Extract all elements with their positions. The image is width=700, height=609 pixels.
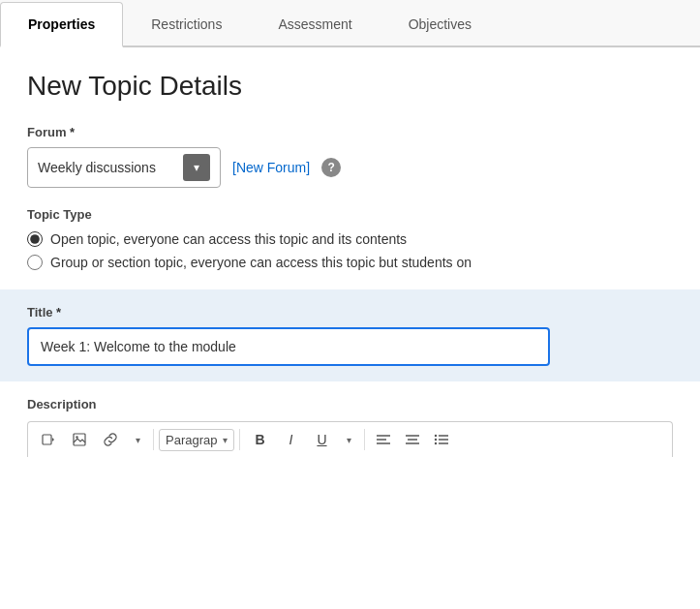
help-icon[interactable]: ? <box>321 158 341 177</box>
topic-type-label: Topic Type <box>27 207 673 222</box>
new-forum-link[interactable]: [New Forum] <box>232 160 310 175</box>
radio-group[interactable] <box>27 255 43 270</box>
align-center-icon <box>405 433 420 446</box>
paragraph-dropdown-arrow: ▾ <box>223 435 228 445</box>
tab-assessment[interactable]: Assessment <box>250 2 380 47</box>
radio-group-label: Group or section topic, everyone can acc… <box>50 255 472 270</box>
main-content: New Topic Details Forum Weekly discussio… <box>0 47 700 480</box>
italic-button[interactable]: I <box>276 426 305 453</box>
separator-1 <box>153 429 154 450</box>
radio-option-group[interactable]: Group or section topic, everyone can acc… <box>27 255 673 270</box>
radio-open[interactable] <box>27 231 43 247</box>
radio-open-label: Open topic, everyone can access this top… <box>50 231 407 247</box>
link-button[interactable] <box>96 426 125 453</box>
format-dropdown-button[interactable]: ▾ <box>338 426 359 453</box>
paragraph-label: Paragrap <box>166 433 217 447</box>
svg-point-10 <box>435 435 437 437</box>
editor-toolbar: ▾ Paragrap ▾ B I U ▾ <box>27 421 673 457</box>
title-input[interactable] <box>27 327 550 366</box>
svg-marker-1 <box>52 438 54 442</box>
forum-select[interactable]: Weekly discussions ▾ <box>27 147 221 188</box>
tab-objectives[interactable]: Objectives <box>380 2 500 47</box>
list-button[interactable] <box>428 426 455 453</box>
topic-type-section: Topic Type Open topic, everyone can acce… <box>27 207 673 270</box>
align-left-button[interactable] <box>370 426 397 453</box>
title-label: Title <box>27 305 673 320</box>
paragraph-select[interactable]: Paragrap ▾ <box>159 429 234 451</box>
forum-selected-value: Weekly discussions <box>38 160 175 175</box>
bold-button[interactable]: B <box>245 426 274 453</box>
tab-properties[interactable]: Properties <box>0 2 123 47</box>
video-icon <box>42 433 55 446</box>
description-section: Description <box>27 397 673 457</box>
svg-point-3 <box>76 436 77 438</box>
link-icon <box>104 433 117 446</box>
forum-row: Weekly discussions ▾ [New Forum] ? <box>27 147 673 188</box>
image-button[interactable] <box>65 426 94 453</box>
forum-dropdown-arrow[interactable]: ▾ <box>183 154 210 181</box>
radio-option-open[interactable]: Open topic, everyone can access this top… <box>27 231 673 247</box>
description-label: Description <box>27 397 673 411</box>
svg-rect-2 <box>74 434 85 445</box>
tab-bar: Properties Restrictions Assessment Objec… <box>0 0 700 47</box>
svg-point-14 <box>435 442 437 444</box>
insert-dropdown-button[interactable]: ▾ <box>127 426 148 453</box>
svg-point-12 <box>435 439 437 441</box>
align-center-button[interactable] <box>399 426 426 453</box>
underline-button[interactable]: U <box>307 426 336 453</box>
list-icon <box>434 433 449 446</box>
align-left-icon <box>376 433 391 446</box>
svg-rect-0 <box>43 435 51 444</box>
title-section: Title <box>0 289 700 381</box>
separator-2 <box>239 429 240 450</box>
video-button[interactable] <box>34 426 63 453</box>
page-title: New Topic Details <box>27 71 673 102</box>
tab-restrictions[interactable]: Restrictions <box>123 2 250 47</box>
forum-label: Forum <box>27 125 673 139</box>
image-icon <box>73 433 86 446</box>
separator-3 <box>364 429 365 450</box>
